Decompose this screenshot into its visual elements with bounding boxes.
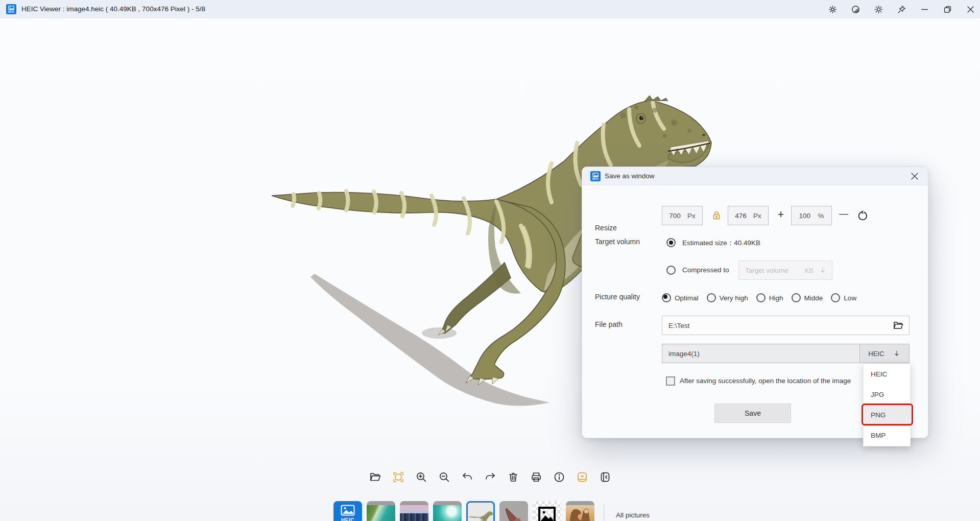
picture-quality-label: Picture quality xyxy=(595,293,640,301)
browse-folder-icon[interactable] xyxy=(893,320,904,331)
format-option-png[interactable]: PNG xyxy=(864,405,910,425)
quality-label-midde: Midde xyxy=(804,294,823,302)
resize-width-value: 700 xyxy=(669,212,681,220)
open-location-label: After saving successfully, open the loca… xyxy=(680,377,863,385)
window-title: HEIC Viewer : image4.heic ( 40.49KB , 70… xyxy=(21,0,205,18)
app-logo-text: HEIC xyxy=(8,11,14,13)
dialog-title: Save as window xyxy=(605,167,655,185)
quality-option-low[interactable]: Low xyxy=(831,293,856,302)
maximize-restore-button[interactable] xyxy=(941,3,953,15)
aspect-lock-icon[interactable] xyxy=(710,209,723,222)
picture-quality-options: Optimal Very high High Midde Low xyxy=(662,293,856,302)
undo-icon[interactable] xyxy=(461,471,473,483)
reset-size-icon[interactable] xyxy=(856,209,869,222)
quality-label-high: High xyxy=(769,294,783,302)
toggle-panel-icon[interactable] xyxy=(599,471,611,483)
estimated-size-radio[interactable] xyxy=(666,238,676,247)
all-pictures-label[interactable]: All pictures xyxy=(616,501,650,521)
target-volume-input[interactable]: Target volume KB xyxy=(738,260,832,280)
scale-minus-button[interactable]: — xyxy=(838,207,850,220)
quality-label-low: Low xyxy=(844,294,856,302)
target-volume-dropdown-icon xyxy=(819,266,827,274)
collapse-thumbnails-icon[interactable] xyxy=(576,471,588,483)
redo-icon[interactable] xyxy=(484,471,496,483)
minimize-button[interactable] xyxy=(918,3,930,15)
resize-height-input[interactable]: 476 Px xyxy=(728,206,769,225)
resize-percent-value: 100 xyxy=(799,212,810,220)
thumbnail-beach-aerial[interactable] xyxy=(367,501,395,521)
info-icon[interactable] xyxy=(553,471,565,483)
file-path-input[interactable]: E:\Test xyxy=(662,316,910,335)
format-selected-value: HEIC xyxy=(868,350,884,358)
dialog-app-icon: HEIC xyxy=(590,171,601,181)
compressed-to-label: Compressed to xyxy=(682,266,729,274)
resize-height-value: 476 xyxy=(735,212,747,220)
format-dropdown-icon[interactable] xyxy=(893,349,901,358)
quality-radio-low[interactable] xyxy=(831,293,840,302)
app-logo-icon: HEIC xyxy=(6,4,16,14)
quality-radio-very-high[interactable] xyxy=(707,293,716,302)
resize-label: Resize xyxy=(595,224,617,232)
file-path-label: File path xyxy=(595,320,623,328)
target-volume-unit: KB xyxy=(805,267,814,274)
target-volume-placeholder: Target volume xyxy=(745,267,805,274)
quality-label-very-high: Very high xyxy=(720,294,748,302)
dialog-header: HEIC Save as window xyxy=(582,167,928,185)
thumbnail-placeholder[interactable] xyxy=(533,501,561,521)
thumbnail-pipe[interactable] xyxy=(499,501,528,521)
format-dropdown-menu: HEIC JPG PNG BMP xyxy=(863,364,911,446)
quality-option-optimal[interactable]: Optimal xyxy=(662,293,699,302)
open-location-checkbox[interactable] xyxy=(666,376,675,386)
scale-plus-button[interactable]: + xyxy=(775,208,787,221)
delete-icon[interactable] xyxy=(507,471,519,483)
quality-radio-midde[interactable] xyxy=(792,293,801,302)
resize-height-unit: Px xyxy=(753,212,761,220)
heic-viewer-window: HEIC HEIC Viewer : image4.heic ( 40.49KB… xyxy=(0,0,980,521)
dialog-app-icon-text: HEIC xyxy=(592,178,599,180)
target-volume-label: Target volumn xyxy=(595,238,640,246)
print-icon[interactable] xyxy=(530,471,542,483)
compressed-to-radio[interactable] xyxy=(666,266,676,275)
quality-option-very-high[interactable]: Very high xyxy=(707,293,748,302)
thumbnail-city-skyline[interactable] xyxy=(400,501,428,521)
pin-icon[interactable] xyxy=(895,3,907,15)
thumbnail-heic-logo[interactable]: HEIC xyxy=(333,501,362,521)
theme-icon[interactable] xyxy=(849,3,862,15)
quality-label-optimal: Optimal xyxy=(675,294,699,302)
thumbnail-heic-label: HEIC xyxy=(341,517,354,521)
save-button[interactable]: Save xyxy=(714,404,791,423)
quality-option-high[interactable]: High xyxy=(756,293,783,302)
format-select[interactable]: HEIC xyxy=(859,344,909,363)
settings-gear-icon[interactable] xyxy=(826,3,839,15)
fit-to-screen-icon[interactable] xyxy=(392,471,404,483)
viewer-toolbar xyxy=(369,471,611,483)
brightness-icon[interactable] xyxy=(872,3,885,15)
resize-width-input[interactable]: 700 Px xyxy=(662,206,703,225)
zoom-out-icon[interactable] xyxy=(438,471,450,483)
zoom-in-icon[interactable] xyxy=(415,471,427,483)
thumbnail-desert-arch[interactable] xyxy=(566,501,594,521)
resize-width-unit: Px xyxy=(687,212,696,220)
file-name-input[interactable]: image4(1) HEIC xyxy=(662,344,910,363)
format-option-heic[interactable]: HEIC xyxy=(864,364,910,385)
thumbnail-divider xyxy=(604,504,604,521)
thumbnail-strip: HEIC xyxy=(333,501,594,521)
open-file-icon[interactable] xyxy=(369,471,381,483)
thumbnail-surf-wave[interactable] xyxy=(433,501,462,521)
quality-option-midde[interactable]: Midde xyxy=(792,293,823,302)
quality-radio-optimal[interactable] xyxy=(662,293,671,302)
resize-percent-input[interactable]: 100 % xyxy=(791,206,832,225)
close-button[interactable] xyxy=(964,3,976,15)
estimated-size-label: Estimated size：40.49KB xyxy=(682,239,760,248)
file-path-value: E:\Test xyxy=(668,322,893,329)
resize-percent-unit: % xyxy=(818,212,824,220)
file-name-value: image4(1) xyxy=(668,350,859,358)
title-bar: HEIC HEIC Viewer : image4.heic ( 40.49KB… xyxy=(0,0,980,18)
thumbnail-dinosaur-selected[interactable] xyxy=(466,501,495,521)
quality-radio-high[interactable] xyxy=(756,293,766,302)
dialog-close-icon[interactable] xyxy=(909,170,921,182)
format-option-jpg[interactable]: JPG xyxy=(864,385,910,405)
format-option-bmp[interactable]: BMP xyxy=(864,425,910,446)
